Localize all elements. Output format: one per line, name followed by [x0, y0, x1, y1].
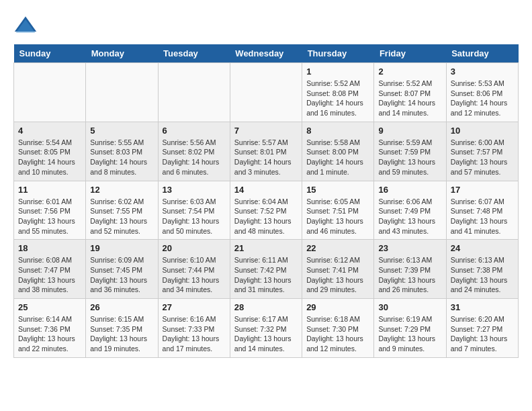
- day-info: Sunrise: 6:16 AM Sunset: 7:33 PM Dayligh…: [163, 314, 226, 354]
- weekday-header-sunday: Sunday: [14, 44, 86, 63]
- day-number: 18: [18, 243, 81, 253]
- day-number: 6: [163, 126, 226, 136]
- day-info: Sunrise: 6:20 AM Sunset: 7:27 PM Dayligh…: [451, 314, 514, 354]
- day-info: Sunrise: 6:12 AM Sunset: 7:41 PM Dayligh…: [306, 255, 369, 295]
- day-number: 10: [451, 126, 514, 136]
- day-number: 30: [378, 302, 441, 312]
- day-cell: 13Sunrise: 6:03 AM Sunset: 7:54 PM Dayli…: [158, 181, 230, 240]
- day-cell: [14, 63, 86, 122]
- week-row-5: 25Sunrise: 6:14 AM Sunset: 7:36 PM Dayli…: [14, 299, 519, 358]
- day-cell: 22Sunrise: 6:12 AM Sunset: 7:41 PM Dayli…: [302, 240, 374, 299]
- day-info: Sunrise: 6:02 AM Sunset: 7:55 PM Dayligh…: [90, 197, 153, 236]
- day-cell: 29Sunrise: 6:18 AM Sunset: 7:30 PM Dayli…: [302, 299, 374, 358]
- day-info: Sunrise: 5:57 AM Sunset: 8:01 PM Dayligh…: [234, 138, 298, 177]
- day-info: Sunrise: 5:59 AM Sunset: 7:59 PM Dayligh…: [378, 138, 441, 177]
- day-number: 13: [163, 185, 226, 195]
- day-cell: 9Sunrise: 5:59 AM Sunset: 7:59 PM Daylig…: [374, 122, 446, 181]
- day-number: 9: [378, 126, 441, 136]
- day-number: 16: [378, 185, 441, 195]
- day-info: Sunrise: 6:01 AM Sunset: 7:56 PM Dayligh…: [18, 197, 81, 236]
- day-cell: 12Sunrise: 6:02 AM Sunset: 7:55 PM Dayli…: [86, 181, 158, 240]
- day-cell: 23Sunrise: 6:13 AM Sunset: 7:39 PM Dayli…: [374, 240, 446, 299]
- page-header: [13, 13, 519, 38]
- day-cell: 5Sunrise: 5:55 AM Sunset: 8:03 PM Daylig…: [86, 122, 158, 181]
- day-number: 1: [306, 66, 369, 77]
- weekday-header-tuesday: Tuesday: [158, 44, 230, 63]
- day-number: 4: [18, 126, 81, 136]
- day-cell: 3Sunrise: 5:53 AM Sunset: 8:06 PM Daylig…: [446, 63, 518, 122]
- day-cell: 24Sunrise: 6:13 AM Sunset: 7:38 PM Dayli…: [446, 240, 518, 299]
- logo-icon: [13, 13, 38, 38]
- weekday-header-friday: Friday: [374, 44, 446, 63]
- day-cell: 2Sunrise: 5:52 AM Sunset: 8:07 PM Daylig…: [374, 63, 446, 122]
- day-cell: 16Sunrise: 6:06 AM Sunset: 7:49 PM Dayli…: [374, 181, 446, 240]
- day-cell: 1Sunrise: 5:52 AM Sunset: 8:08 PM Daylig…: [302, 63, 374, 122]
- day-info: Sunrise: 6:19 AM Sunset: 7:29 PM Dayligh…: [378, 314, 441, 354]
- day-number: 11: [18, 185, 81, 195]
- weekday-header-monday: Monday: [86, 44, 158, 63]
- day-number: 15: [306, 185, 369, 195]
- day-info: Sunrise: 6:04 AM Sunset: 7:52 PM Dayligh…: [234, 197, 298, 236]
- day-cell: 4Sunrise: 5:54 AM Sunset: 8:05 PM Daylig…: [14, 122, 86, 181]
- day-number: 2: [378, 66, 441, 77]
- day-info: Sunrise: 6:07 AM Sunset: 7:48 PM Dayligh…: [451, 197, 514, 236]
- day-number: 22: [306, 243, 369, 253]
- day-info: Sunrise: 6:08 AM Sunset: 7:47 PM Dayligh…: [18, 255, 81, 295]
- day-cell: 14Sunrise: 6:04 AM Sunset: 7:52 PM Dayli…: [230, 181, 302, 240]
- week-row-3: 11Sunrise: 6:01 AM Sunset: 7:56 PM Dayli…: [14, 181, 519, 240]
- day-number: 3: [451, 66, 514, 77]
- day-number: 24: [451, 243, 514, 253]
- day-info: Sunrise: 6:14 AM Sunset: 7:36 PM Dayligh…: [18, 314, 81, 354]
- weekday-header-row: SundayMondayTuesdayWednesdayThursdayFrid…: [14, 44, 519, 63]
- day-cell: 17Sunrise: 6:07 AM Sunset: 7:48 PM Dayli…: [446, 181, 518, 240]
- day-number: 21: [234, 243, 298, 253]
- day-info: Sunrise: 6:00 AM Sunset: 7:57 PM Dayligh…: [451, 138, 514, 177]
- day-info: Sunrise: 5:55 AM Sunset: 8:03 PM Dayligh…: [90, 138, 153, 177]
- day-cell: 27Sunrise: 6:16 AM Sunset: 7:33 PM Dayli…: [158, 299, 230, 358]
- day-number: 23: [378, 243, 441, 253]
- day-info: Sunrise: 5:56 AM Sunset: 8:02 PM Dayligh…: [163, 138, 226, 177]
- day-info: Sunrise: 6:13 AM Sunset: 7:38 PM Dayligh…: [451, 255, 514, 295]
- day-info: Sunrise: 5:58 AM Sunset: 8:00 PM Dayligh…: [306, 138, 369, 177]
- day-info: Sunrise: 6:05 AM Sunset: 7:51 PM Dayligh…: [306, 197, 369, 236]
- day-cell: 8Sunrise: 5:58 AM Sunset: 8:00 PM Daylig…: [302, 122, 374, 181]
- day-number: 8: [306, 126, 369, 136]
- day-cell: [230, 63, 302, 122]
- day-info: Sunrise: 6:15 AM Sunset: 7:35 PM Dayligh…: [90, 314, 153, 354]
- day-cell: 19Sunrise: 6:09 AM Sunset: 7:45 PM Dayli…: [86, 240, 158, 299]
- day-number: 28: [234, 302, 298, 312]
- week-row-2: 4Sunrise: 5:54 AM Sunset: 8:05 PM Daylig…: [14, 122, 519, 181]
- day-number: 29: [306, 302, 369, 312]
- weekday-header-saturday: Saturday: [446, 44, 518, 63]
- day-number: 25: [18, 302, 81, 312]
- day-number: 31: [451, 302, 514, 312]
- day-number: 20: [163, 243, 226, 253]
- day-number: 12: [90, 185, 153, 195]
- day-info: Sunrise: 6:13 AM Sunset: 7:39 PM Dayligh…: [378, 255, 441, 295]
- logo: [13, 13, 42, 38]
- day-cell: [86, 63, 158, 122]
- day-cell: 18Sunrise: 6:08 AM Sunset: 7:47 PM Dayli…: [14, 240, 86, 299]
- day-cell: [158, 63, 230, 122]
- day-cell: 28Sunrise: 6:17 AM Sunset: 7:32 PM Dayli…: [230, 299, 302, 358]
- day-info: Sunrise: 5:52 AM Sunset: 8:07 PM Dayligh…: [378, 79, 441, 118]
- day-number: 19: [90, 243, 153, 253]
- day-cell: 6Sunrise: 5:56 AM Sunset: 8:02 PM Daylig…: [158, 122, 230, 181]
- day-cell: 21Sunrise: 6:11 AM Sunset: 7:42 PM Dayli…: [230, 240, 302, 299]
- day-cell: 11Sunrise: 6:01 AM Sunset: 7:56 PM Dayli…: [14, 181, 86, 240]
- week-row-1: 1Sunrise: 5:52 AM Sunset: 8:08 PM Daylig…: [14, 63, 519, 122]
- weekday-header-thursday: Thursday: [302, 44, 374, 63]
- day-info: Sunrise: 5:54 AM Sunset: 8:05 PM Dayligh…: [18, 138, 81, 177]
- day-info: Sunrise: 6:17 AM Sunset: 7:32 PM Dayligh…: [234, 314, 298, 354]
- day-cell: 31Sunrise: 6:20 AM Sunset: 7:27 PM Dayli…: [446, 299, 518, 358]
- day-cell: 25Sunrise: 6:14 AM Sunset: 7:36 PM Dayli…: [14, 299, 86, 358]
- day-info: Sunrise: 6:11 AM Sunset: 7:42 PM Dayligh…: [234, 255, 298, 295]
- day-cell: 15Sunrise: 6:05 AM Sunset: 7:51 PM Dayli…: [302, 181, 374, 240]
- day-number: 14: [234, 185, 298, 195]
- day-info: Sunrise: 6:10 AM Sunset: 7:44 PM Dayligh…: [163, 255, 226, 295]
- day-number: 5: [90, 126, 153, 136]
- day-cell: 26Sunrise: 6:15 AM Sunset: 7:35 PM Dayli…: [86, 299, 158, 358]
- day-cell: 30Sunrise: 6:19 AM Sunset: 7:29 PM Dayli…: [374, 299, 446, 358]
- weekday-header-wednesday: Wednesday: [230, 44, 302, 63]
- day-cell: 7Sunrise: 5:57 AM Sunset: 8:01 PM Daylig…: [230, 122, 302, 181]
